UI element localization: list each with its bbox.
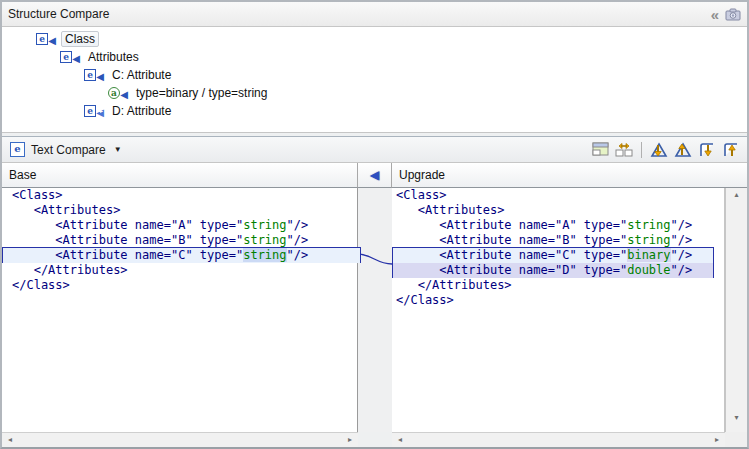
text-compare-toolbar (590, 141, 741, 159)
scroll-up-icon[interactable]: ▴ (734, 191, 738, 199)
previous-difference-icon[interactable] (673, 141, 693, 159)
incoming-change-icon: ◀ (370, 168, 379, 182)
code-line: <Attribute name="B" type="string"/> (2, 233, 357, 248)
text-compare-header: e Text Compare ▼ (2, 136, 747, 163)
code-text: <Attribute name="D" type=" (396, 263, 627, 277)
structure-compare-tree[interactable]: e◀Classe◀Attributese◀C: Attributea◀type=… (2, 27, 747, 133)
right-pane-header: Upgrade (392, 163, 747, 188)
upgrade-code-pane[interactable]: <Class> <Attributes> <Attribute name="A"… (392, 188, 725, 432)
code-line: </Attributes> (392, 278, 724, 293)
text-compare-title: Text Compare (31, 143, 106, 157)
code-line: <Attributes> (2, 203, 357, 218)
code-line: <Attribute name="C" type="binary"/> (392, 248, 724, 263)
code-text: "/> (671, 218, 693, 232)
code-line: <Class> (2, 188, 357, 203)
code-text: <Attribute name="B" type=" (12, 233, 243, 247)
code-text: double (627, 263, 670, 277)
next-difference-icon[interactable] (649, 141, 669, 159)
right-pane-title: Upgrade (399, 168, 445, 182)
camera-icon[interactable] (725, 8, 741, 21)
code-line: <Attribute name="A" type="string"/> (2, 218, 357, 233)
changed-token: binary (627, 248, 670, 262)
structure-compare-title: Structure Compare (8, 7, 711, 21)
scrollbar-corner (725, 432, 747, 447)
tree-item[interactable]: e◀+D: Attribute (2, 102, 747, 120)
tree-item[interactable]: e◀C: Attribute (2, 66, 747, 84)
diff-connector-gutter (358, 188, 392, 432)
code-line: <Class> (392, 188, 724, 203)
tree-item-label: Class (61, 31, 99, 47)
code-text: <Attribute name="B" type=" (396, 233, 627, 247)
code-line: </Class> (2, 278, 357, 293)
code-text: </Attributes> (12, 263, 128, 277)
code-line: <Attribute name="C" type="string"/> (2, 248, 357, 263)
gutter-scroll-gap (358, 432, 392, 447)
element-changed-icon: e◀ (36, 33, 56, 46)
changed-token: string (243, 248, 286, 262)
left-pane-header: Base (2, 163, 358, 188)
scroll-left-icon[interactable]: ◂ (8, 436, 12, 444)
code-line: <Attribute name="B" type="string"/> (392, 233, 724, 248)
tree-item-label: Attributes (85, 50, 142, 64)
compare-area: Base ◀ Upgrade <Class> <Attributes> <Att… (2, 163, 747, 447)
tree-item[interactable]: e◀Attributes (2, 48, 747, 66)
code-text: "/> (671, 233, 693, 247)
code-text: </Class> (12, 278, 70, 292)
code-text: <Attribute name="C" type=" (12, 248, 243, 262)
code-text: <Attributes> (12, 203, 120, 217)
code-text: string (243, 233, 286, 247)
left-pane-title: Base (9, 168, 36, 182)
code-text: string (243, 218, 286, 232)
code-text: </Class> (396, 293, 454, 307)
code-text: <Attribute name="A" type=" (12, 218, 243, 232)
compare-window: Structure Compare « e◀Classe◀Attributese… (0, 0, 749, 449)
swap-left-right-icon[interactable] (614, 141, 634, 159)
code-line: <Attribute name="D" type="double"/> (392, 263, 724, 278)
code-text: </Attributes> (396, 278, 512, 292)
upgrade-horizontal-scrollbar[interactable]: ◂ ▸ (392, 432, 725, 447)
code-line: </Attributes> (2, 263, 357, 278)
viewer-dropdown-icon[interactable]: ▼ (114, 145, 122, 154)
tree-item-label: type=binary / type=string (133, 86, 270, 100)
collapse-panel-icon[interactable]: « (711, 7, 717, 22)
scroll-right-icon[interactable]: ▸ (715, 436, 719, 444)
code-line: <Attributes> (392, 203, 724, 218)
element-changed-icon: e◀ (60, 51, 80, 64)
tree-item[interactable]: e◀Class (2, 30, 747, 48)
code-text: <Class> (396, 188, 447, 202)
code-text: "/> (287, 233, 309, 247)
base-code-pane[interactable]: <Class> <Attributes> <Attribute name="A"… (2, 188, 358, 432)
text-compare-viewer-icon: e (10, 142, 25, 157)
tree-item[interactable]: a◀type=binary / type=string (2, 84, 747, 102)
show-ancestor-pane-icon[interactable] (590, 141, 610, 159)
code-text: <Attributes> (396, 203, 504, 217)
code-text: "/> (671, 263, 693, 277)
tree-item-label: D: Attribute (109, 104, 174, 118)
element-changed-icon: e◀ (84, 69, 104, 82)
scroll-left-icon[interactable]: ◂ (398, 436, 402, 444)
code-text: string (627, 218, 670, 232)
element-added-icon: e◀+ (84, 105, 104, 118)
previous-change-icon[interactable] (721, 141, 741, 159)
code-text: "/> (287, 218, 309, 232)
code-text: <Attribute name="A" type=" (396, 218, 627, 232)
code-text: string (627, 233, 670, 247)
structure-compare-header: Structure Compare « (2, 2, 747, 27)
scroll-right-icon[interactable]: ▸ (348, 436, 352, 444)
code-text: "/> (671, 248, 693, 262)
vertical-scrollbar[interactable]: ▴ ▾ (725, 188, 747, 432)
attribute-changed-icon: a◀ (108, 87, 128, 100)
code-text: "/> (287, 248, 309, 262)
code-line: </Class> (392, 293, 724, 308)
code-text: <Attribute name="C" type=" (396, 248, 627, 262)
diff-connector-line (358, 188, 392, 432)
scroll-down-icon[interactable]: ▾ (734, 414, 738, 422)
next-change-icon[interactable] (697, 141, 717, 159)
base-horizontal-scrollbar[interactable]: ◂ ▸ (2, 432, 358, 447)
code-text: <Class> (12, 188, 63, 202)
direction-header: ◀ (358, 163, 392, 188)
toolbar-separator (641, 142, 642, 158)
code-line: <Attribute name="A" type="string"/> (392, 218, 724, 233)
tree-item-label: C: Attribute (109, 68, 174, 82)
